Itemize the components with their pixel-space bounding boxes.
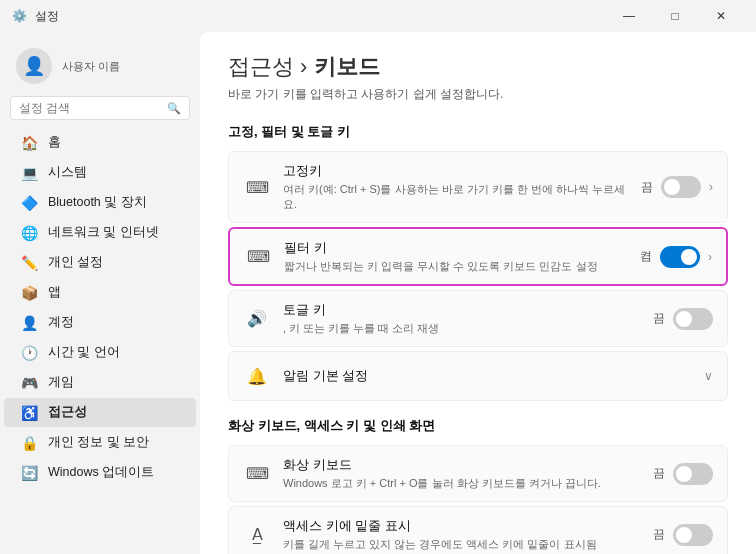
user-name: 사용자 이름 bbox=[62, 59, 120, 74]
info-sticky-keys: 고정키 여러 키(예: Ctrl + S)를 사용하는 바로 가기 키를 한 번… bbox=[283, 162, 629, 212]
breadcrumb-current: 키보드 bbox=[314, 54, 380, 79]
toggle-thumb-toggle-keys bbox=[676, 311, 692, 327]
status-filter-keys: 켬 bbox=[640, 248, 652, 265]
name-sticky-keys: 고정키 bbox=[283, 162, 629, 180]
desc-sticky-keys: 여러 키(예: Ctrl + S)를 사용하는 바로 가기 키를 한 번에 하나… bbox=[283, 182, 629, 212]
breadcrumb-arrow: › bbox=[294, 54, 314, 79]
sidebar-item-gaming[interactable]: 🎮 게임 bbox=[4, 368, 196, 397]
sidebar-item-time[interactable]: 🕐 시간 및 언어 bbox=[4, 338, 196, 367]
sidebar-item-accessibility[interactable]: ♿ 접근성 bbox=[4, 398, 196, 427]
nav-icon-bluetooth: 🔷 bbox=[20, 195, 38, 211]
title-bar-controls: — □ ✕ bbox=[606, 0, 744, 32]
nav-label-accessibility: 접근성 bbox=[48, 404, 87, 421]
icon-sticky-keys: ⌨ bbox=[243, 173, 271, 201]
breadcrumb: 접근성 › 키보드 bbox=[228, 52, 728, 82]
setting-item-on-screen-keyboard[interactable]: ⌨ 화상 키보드 Windows 로고 키 + Ctrl + O를 눌러 화상 … bbox=[228, 445, 728, 502]
avatar: 👤 bbox=[16, 48, 52, 84]
sidebar: 👤 사용자 이름 🔍 🏠 홈 💻 시스템 🔷 Bluetooth 및 장치 🌐 … bbox=[0, 32, 200, 554]
right-sticky-keys: 끔 › bbox=[641, 176, 713, 198]
info-access-key-underline: 액세스 키에 밑줄 표시 키를 길게 누르고 있지 않는 경우에도 액세스 키에… bbox=[283, 517, 641, 552]
nav-icon-system: 💻 bbox=[20, 165, 38, 181]
nav-label-gaming: 게임 bbox=[48, 374, 74, 391]
sidebar-item-privacy[interactable]: 🔒 개인 정보 및 보안 bbox=[4, 428, 196, 457]
desc-toggle-keys: , 키 또는 키를 누를 때 소리 재생 bbox=[283, 321, 641, 336]
right-filter-keys: 켬 › bbox=[640, 246, 712, 268]
nav-label-apps: 앱 bbox=[48, 284, 61, 301]
sidebar-item-apps[interactable]: 📦 앱 bbox=[4, 278, 196, 307]
icon-filter-keys: ⌨ bbox=[244, 243, 272, 271]
toggle-thumb-sticky-keys bbox=[664, 179, 680, 195]
minimize-button[interactable]: — bbox=[606, 0, 652, 32]
status-access-key-underline: 끔 bbox=[653, 526, 665, 543]
toggle-on-screen-keyboard[interactable] bbox=[673, 463, 713, 485]
nav-icon-privacy: 🔒 bbox=[20, 435, 38, 451]
status-on-screen-keyboard: 끔 bbox=[653, 465, 665, 482]
icon-access-key-underline: A̲ bbox=[243, 521, 271, 549]
section2-title: 알림 기본 설정 bbox=[283, 367, 692, 385]
app-body: 👤 사용자 이름 🔍 🏠 홈 💻 시스템 🔷 Bluetooth 및 장치 🌐 … bbox=[0, 32, 756, 554]
breadcrumb-parent: 접근성 bbox=[228, 54, 294, 79]
setting-item-filter-keys[interactable]: ⌨ 필터 키 짧거나 반복되는 키 입력을 무시할 수 있도록 키보드 민감도 … bbox=[228, 227, 728, 286]
nav-icon-network: 🌐 bbox=[20, 225, 38, 241]
setting-item-sticky-keys[interactable]: ⌨ 고정키 여러 키(예: Ctrl + S)를 사용하는 바로 가기 키를 한… bbox=[228, 151, 728, 223]
notifications-icon: 🔔 bbox=[243, 362, 271, 390]
app-icon: ⚙️ bbox=[12, 9, 27, 23]
settings-list: ⌨ 고정키 여러 키(예: Ctrl + S)를 사용하는 바로 가기 키를 한… bbox=[228, 151, 728, 347]
setting-item-access-key-underline[interactable]: A̲ 액세스 키에 밑줄 표시 키를 길게 누르고 있지 않는 경우에도 액세스… bbox=[228, 506, 728, 554]
info-filter-keys: 필터 키 짧거나 반복되는 키 입력을 무시할 수 있도록 키보드 민감도 설정 bbox=[284, 239, 628, 274]
info-on-screen-keyboard: 화상 키보드 Windows 로고 키 + Ctrl + O를 눌러 화상 키보… bbox=[283, 456, 641, 491]
sidebar-user: 👤 사용자 이름 bbox=[0, 40, 200, 96]
collapse-chevron: ∨ bbox=[704, 369, 713, 383]
section3-title: 화상 키보드, 액세스 키 및 인쇄 화면 bbox=[228, 417, 728, 435]
sidebar-item-windows-update[interactable]: 🔄 Windows 업데이트 bbox=[4, 458, 196, 487]
name-access-key-underline: 액세스 키에 밑줄 표시 bbox=[283, 517, 641, 535]
nav-icon-accessibility: ♿ bbox=[20, 405, 38, 421]
nav-icon-time: 🕐 bbox=[20, 345, 38, 361]
desc-access-key-underline: 키를 길게 누르고 있지 않는 경우에도 액세스 키에 밑줄이 표시됨 bbox=[283, 537, 641, 552]
nav-label-privacy: 개인 정보 및 보안 bbox=[48, 434, 149, 451]
toggle-thumb-filter-keys bbox=[681, 249, 697, 265]
sidebar-item-system[interactable]: 💻 시스템 bbox=[4, 158, 196, 187]
nav-label-network: 네트워크 및 인터넷 bbox=[48, 224, 159, 241]
search-icon: 🔍 bbox=[167, 102, 181, 115]
name-toggle-keys: 토글 키 bbox=[283, 301, 641, 319]
icon-toggle-keys: 🔊 bbox=[243, 305, 271, 333]
nav-label-windows-update: Windows 업데이트 bbox=[48, 464, 154, 481]
nav-icon-accounts: 👤 bbox=[20, 315, 38, 331]
sidebar-item-personalize[interactable]: ✏️ 개인 설정 bbox=[4, 248, 196, 277]
setting-item-toggle-keys[interactable]: 🔊 토글 키 , 키 또는 키를 누를 때 소리 재생 끔 bbox=[228, 290, 728, 347]
sidebar-item-network[interactable]: 🌐 네트워크 및 인터넷 bbox=[4, 218, 196, 247]
toggle-sticky-keys[interactable] bbox=[661, 176, 701, 198]
close-button[interactable]: ✕ bbox=[698, 0, 744, 32]
nav-icon-personalize: ✏️ bbox=[20, 255, 38, 271]
nav-list: 🏠 홈 💻 시스템 🔷 Bluetooth 및 장치 🌐 네트워크 및 인터넷 … bbox=[0, 128, 200, 487]
toggle-toggle-keys[interactable] bbox=[673, 308, 713, 330]
search-input[interactable] bbox=[19, 101, 163, 115]
nav-label-bluetooth: Bluetooth 및 장치 bbox=[48, 194, 147, 211]
nav-icon-home: 🏠 bbox=[20, 135, 38, 151]
name-filter-keys: 필터 키 bbox=[284, 239, 628, 257]
status-toggle-keys: 끔 bbox=[653, 310, 665, 327]
chevron-filter-keys: › bbox=[708, 250, 712, 264]
search-box[interactable]: 🔍 bbox=[10, 96, 190, 120]
sidebar-item-home[interactable]: 🏠 홈 bbox=[4, 128, 196, 157]
nav-icon-windows-update: 🔄 bbox=[20, 465, 38, 481]
right-access-key-underline: 끔 bbox=[653, 524, 713, 546]
settings-list2: ⌨ 화상 키보드 Windows 로고 키 + Ctrl + O를 눌러 화상 … bbox=[228, 445, 728, 554]
notifications-collapse[interactable]: 🔔 알림 기본 설정 ∨ bbox=[228, 351, 728, 401]
chevron-sticky-keys: › bbox=[709, 180, 713, 194]
toggle-access-key-underline[interactable] bbox=[673, 524, 713, 546]
sidebar-item-bluetooth[interactable]: 🔷 Bluetooth 및 장치 bbox=[4, 188, 196, 217]
maximize-button[interactable]: □ bbox=[652, 0, 698, 32]
toggle-thumb-on-screen-keyboard bbox=[676, 466, 692, 482]
status-sticky-keys: 끔 bbox=[641, 179, 653, 196]
icon-on-screen-keyboard: ⌨ bbox=[243, 460, 271, 488]
toggle-filter-keys[interactable] bbox=[660, 246, 700, 268]
sidebar-item-accounts[interactable]: 👤 계정 bbox=[4, 308, 196, 337]
desc-filter-keys: 짧거나 반복되는 키 입력을 무시할 수 있도록 키보드 민감도 설정 bbox=[284, 259, 628, 274]
page-description: 바로 가기 키를 입력하고 사용하기 쉽게 설정합니다. bbox=[228, 86, 728, 103]
right-toggle-keys: 끔 bbox=[653, 308, 713, 330]
title-bar: ⚙️ 설정 — □ ✕ bbox=[0, 0, 756, 32]
nav-label-system: 시스템 bbox=[48, 164, 87, 181]
nav-icon-gaming: 🎮 bbox=[20, 375, 38, 391]
